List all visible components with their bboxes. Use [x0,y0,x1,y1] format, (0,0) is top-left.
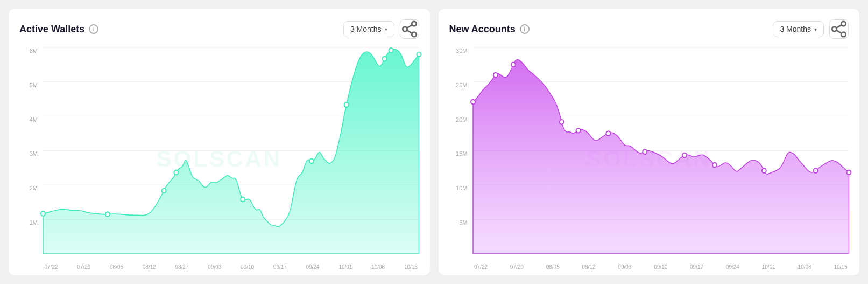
svg-point-32 [471,100,475,105]
svg-line-4 [407,25,412,28]
title-group: New Accounts i [449,24,530,35]
x-label: 08/05 [109,264,125,270]
svg-point-37 [606,131,610,136]
chevron-down-icon: ▾ [814,26,817,32]
active-wallets-title: Active Wallets [19,24,84,35]
x-label: 09/24 [724,264,740,270]
y-label: 6M [19,47,41,54]
x-label: 09/10 [653,264,669,270]
active-wallets-period-select[interactable]: 3 Months ▾ [343,21,394,37]
active-wallets-period-label: 3 Months [350,25,382,33]
new-accounts-period-select[interactable]: 3 Months ▾ [773,21,824,37]
svg-point-43 [846,170,851,175]
card-header-active-wallets: Active Wallets i 3 Months ▾ [19,19,419,39]
x-label: 08/05 [545,264,561,270]
y-label: 2M [19,185,41,191]
svg-point-34 [511,63,515,67]
x-label: 09/24 [305,264,321,270]
title-group: Active Wallets i [19,24,98,35]
svg-point-41 [761,168,766,173]
x-label: 08/12 [581,264,597,270]
active-wallets-chart-area: SOLSCAN 6M 5M 4M 3M 2M 1M [19,47,419,270]
new-accounts-card: New Accounts i 3 Months ▾ SOLSCAN 30M 25… [439,9,860,275]
x-label: 07/22 [473,264,489,270]
active-wallets-svg [43,47,419,254]
new-accounts-info-icon[interactable]: i [520,24,530,34]
x-label: 10/01 [760,264,777,270]
x-label: 10/15 [403,264,419,270]
x-label: 08/12 [141,264,157,270]
x-label: 09/03 [617,264,633,270]
x-label: 07/22 [43,264,59,270]
new-accounts-controls: 3 Months ▾ [773,19,849,39]
y-label: 10M [449,185,471,191]
new-accounts-svg-area [473,47,849,254]
y-label: 5M [19,82,41,88]
chevron-down-icon: ▾ [385,26,387,32]
card-header-new-accounts: New Accounts i 3 Months ▾ [449,19,849,39]
y-label: 15M [449,150,471,157]
svg-line-24 [836,30,842,33]
active-wallets-share-button[interactable] [400,19,419,39]
svg-point-13 [162,189,166,193]
x-label: 09/03 [207,264,223,270]
svg-point-14 [174,170,178,175]
svg-point-16 [309,158,314,163]
svg-line-25 [836,25,842,28]
svg-point-19 [389,48,393,53]
y-label: 1M [19,219,41,226]
svg-line-3 [407,30,412,33]
svg-point-33 [493,73,497,78]
new-accounts-chart-area: SOLSCAN 30M 25M 20M 15M 10M 5M [449,47,849,270]
svg-point-35 [559,120,563,124]
y-label: 20M [449,116,471,123]
svg-point-39 [682,153,687,158]
active-wallets-x-axis: 07/22 07/29 08/05 08/12 08/27 09/03 09/1… [43,255,419,270]
y-label: 5M [449,219,471,226]
x-label: 10/08 [370,264,386,270]
active-wallets-svg-area [43,47,419,254]
svg-point-42 [813,168,817,173]
new-accounts-y-axis: 30M 25M 20M 15M 10M 5M [449,47,471,254]
svg-point-11 [41,211,45,216]
new-accounts-period-label: 3 Months [780,25,811,33]
svg-point-20 [417,52,421,57]
x-label: 07/29 [76,264,92,270]
x-label: 07/29 [509,264,525,270]
x-label: 09/17 [272,264,288,270]
svg-point-15 [241,197,245,202]
active-wallets-controls: 3 Months ▾ [343,19,419,39]
new-accounts-title: New Accounts [449,24,516,35]
svg-point-38 [643,149,647,154]
new-accounts-x-axis: 07/22 07/29 08/05 08/12 09/03 09/10 09/1… [473,255,849,270]
y-label: 30M [449,47,471,54]
x-label: 09/17 [689,264,705,270]
active-wallets-area [43,49,419,254]
active-wallets-y-axis: 6M 5M 4M 3M 2M 1M [19,47,41,254]
x-label: 08/27 [174,264,190,270]
y-label: 25M [449,82,471,88]
y-label: 4M [19,116,41,123]
new-accounts-area [473,59,849,254]
x-label: 10/15 [832,264,849,270]
svg-point-36 [576,128,580,133]
active-wallets-info-icon[interactable]: i [89,24,98,34]
svg-point-18 [383,57,387,61]
new-accounts-svg [473,47,849,254]
active-wallets-card: Active Wallets i 3 Months ▾ SOLSCAN 6M 5… [9,9,430,275]
x-label: 10/01 [337,264,354,270]
share-icon [400,20,419,38]
svg-point-12 [105,212,110,217]
x-label: 10/08 [796,264,813,270]
new-accounts-share-button[interactable] [829,19,849,39]
svg-point-40 [712,163,717,168]
svg-point-17 [344,102,349,107]
y-label: 3M [19,150,41,157]
x-label: 09/10 [239,264,256,270]
share-icon [830,20,848,38]
